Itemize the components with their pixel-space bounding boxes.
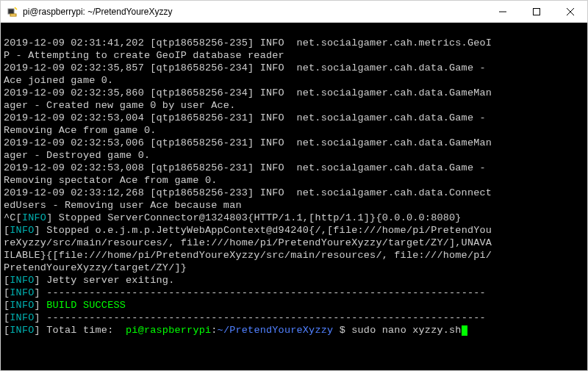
log-line: 2019-12-09 02:32:35,860 [qtp18658256-234… [4, 87, 492, 98]
minimize-button[interactable] [486, 1, 520, 22]
log-line: [INFO] ---------------------------------… [4, 287, 486, 298]
info-tag: INFO [10, 287, 34, 298]
window-controls [486, 1, 587, 22]
log-line: PretendYoureXyzzy/target/ZY/]} [4, 262, 187, 273]
terminal-output[interactable]: 2019-12-09 02:31:41,202 [qtp18658256-235… [1, 23, 587, 371]
putty-icon [7, 6, 18, 18]
info-tag: INFO [10, 300, 34, 311]
prompt-path: ~/PretendYoureXyzzy [218, 325, 334, 336]
log-line: ager - Created new game 0 by user Ace. [4, 100, 235, 111]
log-line: [INFO] ---------------------------------… [4, 312, 486, 323]
prompt-user: pi@raspberrypi [126, 325, 211, 336]
log-line: 2019-12-09 02:32:53,008 [qtp18658256-231… [4, 162, 492, 173]
info-tag: INFO [10, 325, 34, 336]
log-line: [INFO] Jetty server exiting. [4, 275, 174, 286]
log-line: ILABLE}{[file:///home/pi/PretendYoureXyz… [4, 250, 492, 261]
info-tag: INFO [10, 312, 34, 323]
log-line: edUsers - Removing user Ace because man [4, 200, 242, 211]
log-line: 2019-12-09 02:33:12,268 [qtp18658256-233… [4, 187, 492, 198]
build-success: BUILD SUCCESS [40, 300, 126, 311]
svg-rect-1 [10, 14, 16, 16]
log-line: P - Attempting to create GeoIP database … [4, 50, 284, 61]
log-line: ager - Destroyed game 0. [4, 150, 150, 161]
log-line: Ace joined game 0. [4, 75, 113, 86]
log-line: 2019-12-09 02:31:41,202 [qtp18658256-235… [4, 37, 492, 48]
log-line: Removing spectator Ace from game 0. [4, 175, 218, 186]
svg-rect-4 [534, 8, 540, 15]
log-line: reXyzzy/src/main/resources/, file:///hom… [4, 237, 492, 248]
log-line: Removing Ace from game 0. [4, 125, 157, 136]
info-tag: INFO [22, 212, 46, 223]
close-button[interactable] [553, 1, 587, 22]
info-tag: INFO [10, 225, 34, 236]
cursor-icon [462, 325, 467, 336]
window-titlebar: pi@raspberrypi: ~/PretendYoureXyzzy [1, 1, 587, 23]
log-line: ^C[INFO] Stopped ServerConnector@1324803… [4, 212, 462, 223]
log-line: 2019-12-09 02:32:35,857 [qtp18658256-234… [4, 62, 492, 73]
svg-rect-0 [8, 9, 14, 14]
info-tag: INFO [10, 275, 34, 286]
svg-line-2 [15, 7, 17, 10]
prompt-line: [INFO] Total time: pi@raspberrypi:~/Pret… [4, 325, 467, 336]
log-line: 2019-12-09 02:32:53,004 [qtp18658256-231… [4, 112, 492, 123]
log-line: 2019-12-09 02:32:53,006 [qtp18658256-231… [4, 137, 492, 148]
build-success-line: [INFO] BUILD SUCCESS [4, 300, 126, 311]
window-title: pi@raspberrypi: ~/PretendYoureXyzzy [23, 7, 486, 17]
maximize-button[interactable] [520, 1, 553, 22]
command-input[interactable]: sudo nano xyzzy.sh [351, 325, 461, 336]
log-line: [INFO] Stopped o.e.j.m.p.JettyWebAppCont… [4, 225, 492, 236]
